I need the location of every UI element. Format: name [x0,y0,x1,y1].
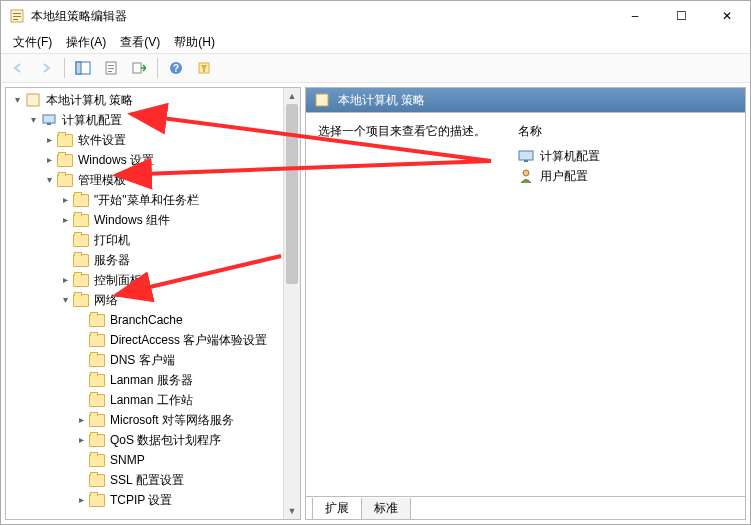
folder-icon [88,434,106,447]
tree-windows-components[interactable]: ▸Windows 组件 [6,210,283,230]
svg-point-20 [523,170,529,176]
folder-icon [88,474,106,487]
menu-view[interactable]: 查看(V) [114,32,166,53]
svg-rect-7 [108,65,114,66]
tree-windows-settings[interactable]: ▸Windows 设置 [6,150,283,170]
menu-action[interactable]: 操作(A) [60,32,112,53]
svg-rect-10 [133,63,141,73]
close-button[interactable]: ✕ [704,1,750,31]
expand-icon[interactable]: ▸ [58,210,72,230]
expand-icon[interactable]: ▾ [10,90,24,110]
expand-icon[interactable]: ▾ [42,170,56,190]
tree-microsoft-p2p[interactable]: ▸Microsoft 对等网络服务 [6,410,283,430]
tab-extended[interactable]: 扩展 [312,498,362,520]
folder-icon [88,374,106,387]
svg-rect-18 [519,151,533,160]
expand-icon[interactable]: ▸ [58,190,72,210]
detail-list: 名称 计算机配置 用户配置 [518,123,733,486]
app-icon [9,8,25,24]
folder-icon [88,454,106,467]
tree-software-settings[interactable]: ▸软件设置 [6,130,283,150]
computer-icon [40,113,58,127]
help-button[interactable]: ? [163,56,189,80]
detail-title: 本地计算机 策略 [338,92,425,109]
folder-icon [72,214,90,227]
user-icon [518,168,534,184]
expand-icon[interactable]: ▸ [74,410,88,430]
folder-icon [56,154,74,167]
tree-network[interactable]: ▾网络 [6,290,283,310]
export-button[interactable] [126,56,152,80]
tree-ssl-config[interactable]: ▸SSL 配置设置 [6,470,283,490]
list-item-user-config[interactable]: 用户配置 [518,166,733,186]
tree-directaccess[interactable]: ▸DirectAccess 客户端体验设置 [6,330,283,350]
policy-icon [24,93,42,107]
toolbar: ? [1,53,750,83]
expand-icon[interactable]: ▾ [58,290,72,310]
maximize-button[interactable]: ☐ [658,1,704,31]
tab-standard[interactable]: 标准 [361,498,411,520]
tree-lanman-server[interactable]: ▸Lanman 服务器 [6,370,283,390]
properties-button[interactable] [98,56,124,80]
filter-button[interactable] [191,56,217,80]
expand-icon[interactable]: ▾ [26,110,40,130]
menubar: 文件(F) 操作(A) 查看(V) 帮助(H) [1,31,750,53]
tree-control-panel[interactable]: ▸控制面板 [6,270,283,290]
show-hide-tree-button[interactable] [70,56,96,80]
tree-computer-config[interactable]: ▾计算机配置 [6,110,283,130]
tree-printers[interactable]: ▸打印机 [6,230,283,250]
folder-icon [88,494,106,507]
column-name: 名称 [518,123,733,140]
svg-rect-8 [108,68,114,69]
tree-root[interactable]: ▾本地计算机 策略 [6,90,283,110]
scroll-track[interactable] [284,104,300,503]
tree-pane: ▾本地计算机 策略 ▾计算机配置 ▸软件设置 ▸Windows 设置 ▾管理模板… [5,87,301,520]
expand-icon[interactable]: ▸ [74,490,88,510]
list-item-label: 用户配置 [540,168,588,185]
tree-snmp[interactable]: ▸SNMP [6,450,283,470]
svg-rect-9 [108,71,112,72]
detail-description: 选择一个项目来查看它的描述。 [318,123,498,486]
tree-servers[interactable]: ▸服务器 [6,250,283,270]
scroll-thumb[interactable] [286,104,298,284]
expand-icon[interactable]: ▸ [58,270,72,290]
folder-icon [72,234,90,247]
app-window: 本地组策略编辑器 – ☐ ✕ 文件(F) 操作(A) 查看(V) 帮助(H) ?… [0,0,751,525]
folder-icon [72,194,90,207]
scroll-down-button[interactable]: ▼ [284,503,300,519]
toolbar-sep-2 [157,58,158,78]
tree-scrollbar[interactable]: ▲ ▼ [283,88,300,519]
list-item-computer-config[interactable]: 计算机配置 [518,146,733,166]
folder-icon [72,294,90,307]
menu-help[interactable]: 帮助(H) [168,32,221,53]
tree-qos[interactable]: ▸QoS 数据包计划程序 [6,430,283,450]
tree-dns-client[interactable]: ▸DNS 客户端 [6,350,283,370]
svg-rect-5 [76,62,81,74]
policy-icon [314,92,330,108]
expand-icon[interactable]: ▸ [42,150,56,170]
expand-icon[interactable]: ▸ [74,430,88,450]
tree-admin-templates[interactable]: ▾管理模板 [6,170,283,190]
svg-rect-3 [13,19,18,20]
tree-lanman-workstation[interactable]: ▸Lanman 工作站 [6,390,283,410]
tree-start-menu[interactable]: ▸"开始"菜单和任务栏 [6,190,283,210]
back-button [5,56,31,80]
minimize-button[interactable]: – [612,1,658,31]
tree-branchcache[interactable]: ▸BranchCache [6,310,283,330]
tree[interactable]: ▾本地计算机 策略 ▾计算机配置 ▸软件设置 ▸Windows 设置 ▾管理模板… [6,88,283,519]
detail-tabs: 扩展 标准 [306,496,745,519]
window-title: 本地组策略编辑器 [31,8,612,25]
folder-icon [88,414,106,427]
list-item-label: 计算机配置 [540,148,600,165]
menu-file[interactable]: 文件(F) [7,32,58,53]
tree-tcpip[interactable]: ▸TCPIP 设置 [6,490,283,510]
svg-rect-19 [524,160,528,162]
folder-icon [88,394,106,407]
forward-button [33,56,59,80]
detail-header: 本地计算机 策略 [306,88,745,113]
svg-rect-15 [43,115,55,123]
folder-icon [72,254,90,267]
folder-icon [88,334,106,347]
expand-icon[interactable]: ▸ [42,130,56,150]
scroll-up-button[interactable]: ▲ [284,88,300,104]
